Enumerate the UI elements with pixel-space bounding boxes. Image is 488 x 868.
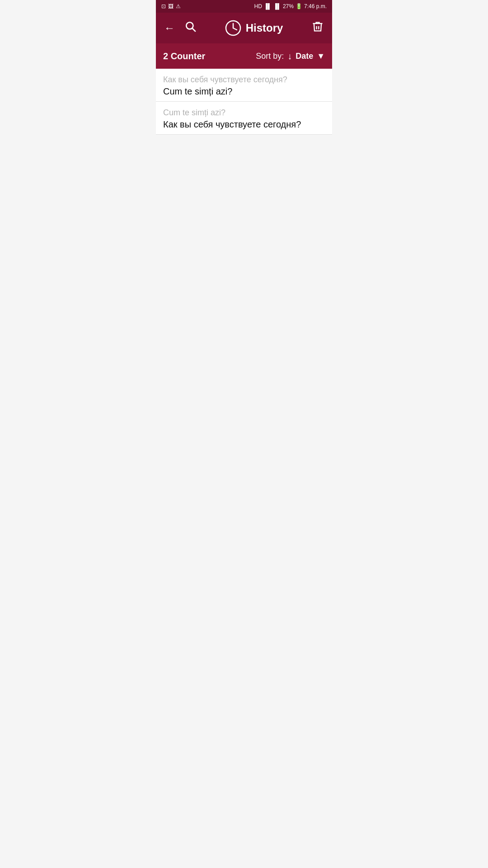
history-item[interactable]: Как вы себя чувствуете сегодня? Cum te s… <box>156 69 332 102</box>
sort-value-label: Date <box>296 52 313 61</box>
back-button[interactable]: ← <box>164 22 175 34</box>
svg-point-0 <box>186 22 193 29</box>
whatsapp-icon: ⊡ <box>161 3 166 9</box>
sort-by-label: Sort by: <box>256 52 284 61</box>
battery-level: 27% <box>283 3 294 9</box>
status-right-info: HD ▐▌ ▐▌ 27% 🔋 7:46 p.m. <box>254 3 327 9</box>
history-item-source-text: Как вы себя чувствуете сегодня? <box>163 75 325 85</box>
svg-line-4 <box>233 28 237 30</box>
history-item-source-text: Cum te simți azi? <box>163 108 325 118</box>
clock-icon <box>225 20 241 36</box>
history-list: Как вы себя чувствуете сегодня? Cum te s… <box>156 69 332 135</box>
delete-button[interactable] <box>311 20 324 36</box>
toolbar-left: ← <box>164 21 197 35</box>
warning-icon: ⚠ <box>176 3 181 9</box>
sort-controls[interactable]: Sort by: ↓ Date ▼ <box>256 51 325 61</box>
sort-direction-icon: ↓ <box>287 51 292 61</box>
page-title: History <box>246 22 283 34</box>
signal-strength-1: ▐▌ <box>264 3 272 9</box>
image-icon: 🖼 <box>168 3 174 9</box>
counter-label: 2 Counter <box>163 51 205 61</box>
hd-indicator: HD <box>254 3 262 9</box>
toolbar: ← History <box>156 13 332 43</box>
history-item-target-text: Как вы себя чувствуете сегодня? <box>163 119 325 130</box>
clock-time: 7:46 p.m. <box>304 3 327 9</box>
sort-dropdown-icon[interactable]: ▼ <box>317 52 325 61</box>
empty-content-area <box>156 135 332 316</box>
svg-line-1 <box>192 28 196 32</box>
status-left-icons: ⊡ 🖼 ⚠ <box>161 3 181 9</box>
status-bar: ⊡ 🖼 ⚠ HD ▐▌ ▐▌ 27% 🔋 7:46 p.m. <box>156 0 332 13</box>
history-item[interactable]: Cum te simți azi? Как вы себя чувствуете… <box>156 102 332 135</box>
battery-icon: 🔋 <box>296 3 302 9</box>
sort-bar: 2 Counter Sort by: ↓ Date ▼ <box>156 43 332 69</box>
signal-strength-2: ▐▌ <box>273 3 281 9</box>
toolbar-center: History <box>225 20 283 36</box>
search-button[interactable] <box>185 21 197 35</box>
history-item-target-text: Cum te simți azi? <box>163 86 325 97</box>
